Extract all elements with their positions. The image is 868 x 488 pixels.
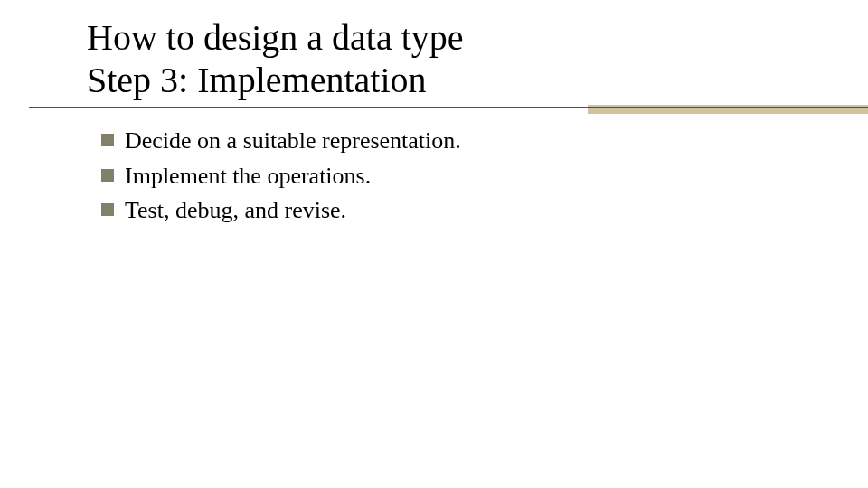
square-bullet-icon [101, 203, 114, 216]
list-item: Test, debug, and revise. [101, 196, 788, 226]
list-item: Decide on a suitable representation. [101, 127, 788, 156]
title-rule [0, 105, 868, 116]
list-item-text: Implement the operations. [125, 162, 371, 192]
slide: How to design a data type Step 3: Implem… [0, 0, 868, 488]
rule-dark [29, 107, 868, 108]
list-item: Implement the operations. [101, 162, 788, 192]
title-line-2: Step 3: Implementation [87, 59, 464, 101]
square-bullet-icon [101, 134, 114, 146]
list-item-text: Test, debug, and revise. [125, 196, 346, 226]
bullet-list: Decide on a suitable representation. Imp… [101, 127, 788, 231]
slide-title: How to design a data type Step 3: Implem… [87, 16, 464, 101]
title-line-1: How to design a data type [87, 16, 464, 59]
square-bullet-icon [101, 169, 114, 182]
list-item-text: Decide on a suitable representation. [125, 127, 461, 156]
